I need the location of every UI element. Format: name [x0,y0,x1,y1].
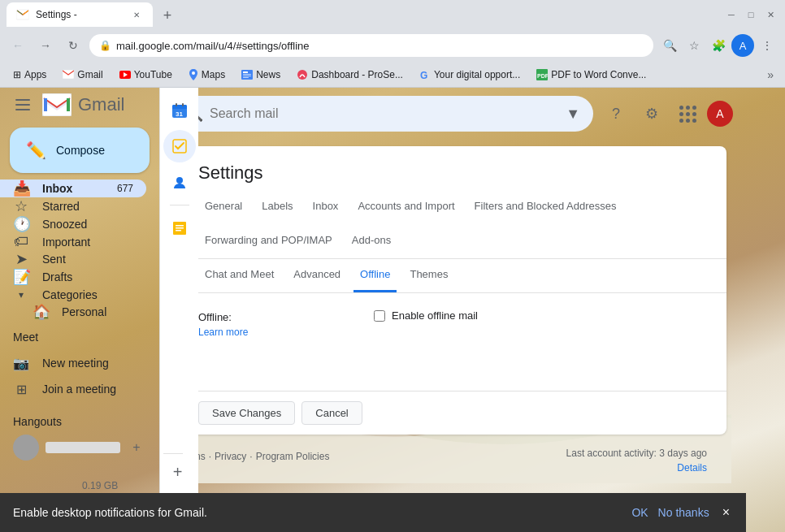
nav-item-starred[interactable]: ☆ Starred [0,197,146,215]
nav-item-categories[interactable]: ▾ Categories [0,286,146,303]
bookmark-youtube[interactable]: YouTube [113,66,179,84]
notification-ok-button[interactable]: OK [631,506,648,519]
starred-icon: ☆ [13,197,29,215]
hangout-add-button[interactable]: + [127,438,146,457]
sent-icon: ➤ [13,250,29,268]
bookmark-button[interactable]: ☆ [683,34,705,57]
nav-item-drafts[interactable]: 📝 Drafts [0,268,146,286]
tab-close-button[interactable]: ✕ [130,8,143,21]
personal-icon: 🏠 [33,303,49,321]
settings-tabs-row2: Chat and Meet Advanced Offline Themes [179,258,726,293]
minimize-button[interactable]: ─ [723,6,739,23]
tab-themes[interactable]: Themes [403,258,454,292]
notification-no-button[interactable]: No thanks [658,506,709,519]
help-button[interactable]: ? [600,97,632,130]
gmail-sidebar: Gmail ✏️ Compose 📥 Inbox 677 ☆ Starred 🕐… [0,88,159,532]
right-add-button[interactable]: + [163,457,193,487]
save-changes-button[interactable]: Save Changes [198,401,295,425]
extensions-button[interactable]: 🧩 [707,34,730,57]
bookmark-dashboard[interactable]: Dashboard - ProSe... [290,66,410,84]
hamburger-menu[interactable] [7,89,39,121]
cancel-button[interactable]: Cancel [301,401,362,425]
tab-labels[interactable]: Labels [255,190,299,224]
close-button[interactable]: ✕ [762,6,778,23]
privacy-link[interactable]: Privacy [215,451,246,462]
enable-offline-checkbox[interactable] [374,310,385,322]
tab-chat[interactable]: Chat and Meet [198,258,280,292]
tab-filters[interactable]: Filters and Blocked Addresses [468,190,623,224]
tab-inbox[interactable]: Inbox [306,190,345,224]
bookmark-gmail[interactable]: Gmail [56,66,109,84]
learn-more-link[interactable]: Learn more [198,327,361,338]
notes-icon [171,220,188,236]
active-tab[interactable]: Settings - ✕ [7,2,153,27]
lock-icon: 🔒 [99,40,111,51]
tab-accounts[interactable]: Accounts and Import [351,190,461,224]
details-link[interactable]: Details [547,462,726,474]
tab-general[interactable]: General [198,190,249,224]
right-calendar-icon[interactable]: 31 [163,94,196,127]
search-filter-icon[interactable]: ▼ [566,106,580,123]
right-sidebar-bottom-divider [163,453,183,454]
new-meeting-label: New meeting [42,357,109,370]
news-icon [241,70,253,80]
categories-expand-icon: ▾ [13,289,29,301]
categories-label: Categories [42,288,133,301]
waffle-button[interactable] [671,97,704,130]
reload-button[interactable]: ↻ [62,34,85,57]
bookmark-news[interactable]: News [235,66,287,84]
nav-item-personal[interactable]: 🏠 Personal [0,303,146,321]
svg-text:31: 31 [176,110,183,118]
new-meeting-item[interactable]: 📷 New meeting [0,350,146,376]
svg-rect-8 [243,76,251,76]
policies-link[interactable]: Program Policies [256,451,330,462]
url-bar[interactable]: 🔒 mail.google.com/mail/u/4/#settings/off… [89,34,653,57]
svg-rect-9 [243,77,249,78]
settings-button[interactable]: ⚙ [635,97,668,130]
nav-item-important[interactable]: 🏷 Important [0,233,146,250]
tab-advanced[interactable]: Advanced [287,258,347,292]
new-tab-button[interactable]: + [156,4,179,27]
footer-links: Terms · Privacy · Program Policies [179,444,329,469]
more-bookmarks-button[interactable]: » [762,65,778,84]
join-meeting-icon: ⊞ [13,382,29,397]
search-box[interactable]: 🔍 ▼ [172,96,593,132]
maximize-button[interactable]: □ [743,6,759,23]
bookmarks-bar: ⊞ Apps Gmail YouTube Maps [0,62,785,88]
forward-button[interactable]: → [34,34,57,57]
nav-item-inbox[interactable]: 📥 Inbox 677 [0,179,146,197]
bookmark-pdf[interactable]: PDF PDF to Word Conve... [530,66,653,84]
personal-label: Personal [62,305,133,318]
back-button[interactable]: ← [7,34,29,57]
right-tasks-icon[interactable] [163,130,196,162]
svg-text:PDF: PDF [537,73,548,79]
inbox-label: Inbox [42,182,104,195]
svg-text:G: G [420,70,427,80]
tab-offline[interactable]: Offline [353,258,397,292]
compose-button[interactable]: ✏️ Compose [10,128,150,173]
tab-forwarding[interactable]: Forwarding and POP/IMAP [198,224,339,258]
join-meeting-item[interactable]: ⊞ Join a meeting [0,376,146,402]
bookmark-pdf-label: PDF to Word Conve... [551,69,646,80]
right-notes-icon[interactable] [163,212,196,244]
contacts-icon [171,174,188,190]
bookmark-youtube-label: YouTube [134,69,172,80]
gmail-topbar: 🔍 ▼ ? ⚙ A [159,88,746,140]
bookmark-maps[interactable]: Maps [182,66,232,84]
search-button[interactable]: 🔍 [658,34,681,57]
bookmark-dashboard-label: Dashboard - ProSe... [311,69,403,80]
tab-addons[interactable]: Add-ons [345,224,397,258]
bookmark-google[interactable]: G Your digital opport... [413,66,527,84]
menu-button[interactable]: ⋮ [756,34,778,57]
settings-body: Offline: Learn more Enable offline mail [179,293,726,391]
bookmark-apps[interactable]: ⊞ Apps [7,66,53,84]
nav-item-sent[interactable]: ➤ Sent [0,250,146,268]
snoozed-icon: 🕐 [13,215,29,233]
user-avatar[interactable]: A [707,101,733,127]
notification-close-button[interactable]: × [719,502,733,523]
nav-item-snoozed[interactable]: 🕐 Snoozed [0,215,146,233]
profile-avatar[interactable]: A [731,34,754,57]
right-contacts-icon[interactable] [163,166,196,198]
search-input[interactable] [210,106,559,121]
important-icon: 🏷 [13,233,29,250]
